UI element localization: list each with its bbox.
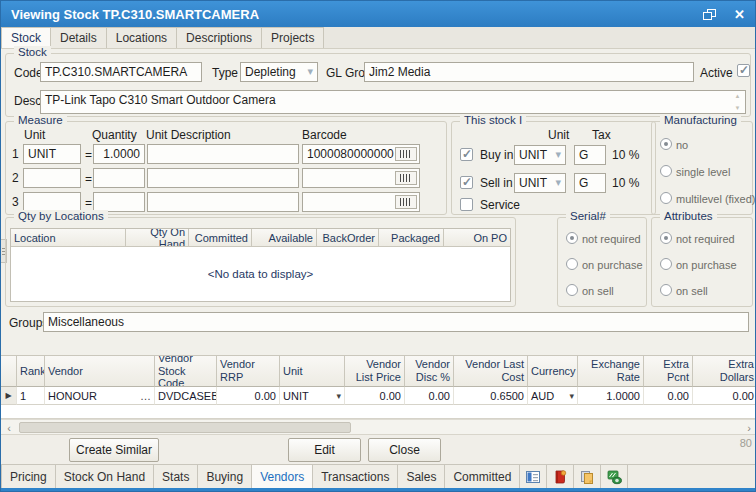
type-select[interactable]: Depleting xyxy=(240,62,318,82)
measure-barcode-field[interactable]: 1000080000000 xyxy=(302,144,420,164)
measure-quantity-field[interactable] xyxy=(93,168,145,188)
col-vendor[interactable]: Vendor xyxy=(45,355,155,387)
col-location[interactable]: Location xyxy=(11,229,126,247)
col-available[interactable]: Available xyxy=(252,229,317,247)
serial-on-purchase-radio[interactable] xyxy=(566,258,578,270)
cell-extra-pcnt[interactable]: 0.00 xyxy=(644,387,693,405)
horizontal-scrollbar[interactable]: ‹ › xyxy=(1,419,756,434)
buy-tax-field[interactable]: G xyxy=(574,145,606,165)
manufacturing-single-level-radio[interactable] xyxy=(660,165,672,177)
cell-currency[interactable]: AUD ▾ xyxy=(528,387,578,405)
serial-not-required-radio[interactable] xyxy=(566,232,578,244)
close-button[interactable]: Close xyxy=(368,438,441,462)
vendor-ellipsis-button[interactable]: … xyxy=(140,390,151,402)
unit-dropdown-icon[interactable]: ▾ xyxy=(336,391,341,401)
measure-unit-field[interactable] xyxy=(23,168,81,188)
cell-vendor-rrp[interactable]: 0.00 xyxy=(217,387,280,405)
groups-field[interactable]: Miscellaneous xyxy=(43,312,749,332)
report-icon[interactable] xyxy=(520,465,547,488)
tab-vendors[interactable]: Vendors xyxy=(252,465,313,488)
measure-quantity-field[interactable]: 1.0000 xyxy=(93,144,145,164)
barcode-icon[interactable] xyxy=(395,171,417,185)
cell-unit[interactable]: UNIT ▾ xyxy=(280,387,345,405)
measure-unit-description-field[interactable] xyxy=(147,192,299,212)
title-bar[interactable]: Viewing Stock TP.C310.SMARTCAMERA ✕ xyxy=(1,1,755,27)
tab-transactions[interactable]: Transactions xyxy=(313,465,398,488)
desc-field[interactable]: TP-Link Tapo C310 Smart Outdoor Camera ▲… xyxy=(40,90,746,114)
col-exchange-rate[interactable]: Exchange Rate xyxy=(578,355,644,387)
vendor-row[interactable]: ▶ 1 HONOUR … DVDCASEBL 0.00 UNIT ▾ 0.00 … xyxy=(1,387,756,405)
tab-buying[interactable]: Buying xyxy=(198,465,252,488)
promotion-icon[interactable] xyxy=(601,465,628,488)
attributes-on-sell-radio[interactable] xyxy=(660,284,672,296)
col-unit[interactable]: Unit xyxy=(280,355,345,387)
cell-vendor-stock-code[interactable]: DVDCASEBL xyxy=(155,387,217,405)
desc-scroll-down-icon[interactable]: ▼ xyxy=(731,104,744,112)
manufacturing-multilevel-radio[interactable] xyxy=(660,192,672,204)
edit-button[interactable]: Edit xyxy=(288,438,361,462)
col-qty-on-hand[interactable]: Qty On Hand xyxy=(126,229,189,247)
cell-vendor[interactable]: HONOUR … xyxy=(45,387,155,405)
cell-vendor-disc-pct[interactable]: 0.00 xyxy=(405,387,454,405)
tab-projects[interactable]: Projects xyxy=(262,27,324,48)
manufacturing-no-radio[interactable] xyxy=(660,138,672,150)
gl-group-field[interactable]: Jim2 Media xyxy=(364,62,694,82)
buy-in-checkbox[interactable] xyxy=(460,148,473,161)
buy-unit-select[interactable]: UNIT xyxy=(514,145,566,165)
col-committed[interactable]: Committed xyxy=(189,229,252,247)
serial-on-sell-radio[interactable] xyxy=(566,284,578,296)
scroll-left-icon[interactable]: ‹ xyxy=(1,420,17,435)
sell-tax-field[interactable]: G xyxy=(574,173,606,193)
measure-unit-field[interactable] xyxy=(23,192,81,212)
tab-details[interactable]: Details xyxy=(51,27,107,48)
barcode-icon[interactable] xyxy=(395,147,417,161)
barcode-icon[interactable] xyxy=(395,195,417,209)
measure-barcode-field[interactable] xyxy=(302,192,420,212)
col-vendor-disc-pct[interactable]: Vendor Disc % xyxy=(405,355,454,387)
code-field[interactable]: TP.C310.SMARTCAMERA xyxy=(40,62,202,82)
scrollbar-thumb[interactable] xyxy=(19,422,351,433)
col-currency[interactable]: Currency xyxy=(528,355,578,387)
tab-pricing[interactable]: Pricing xyxy=(1,465,56,488)
col-vendor-rrp[interactable]: Vendor RRP xyxy=(217,355,280,387)
attributes-on-purchase-radio[interactable] xyxy=(660,258,672,270)
col-backorder[interactable]: BackOrder xyxy=(317,229,379,247)
col-extra-pcnt[interactable]: Extra Pcnt xyxy=(644,355,693,387)
desc-scroll-up-icon[interactable]: ▲ xyxy=(731,92,744,100)
col-rank[interactable]: Rank xyxy=(17,355,45,387)
tab-stats[interactable]: Stats xyxy=(154,465,198,488)
measure-barcode-field[interactable] xyxy=(302,168,420,188)
measure-unit-field[interactable]: UNIT xyxy=(23,144,81,164)
measure-quantity-field[interactable] xyxy=(93,192,145,212)
price-book-icon[interactable] xyxy=(547,465,574,488)
tab-stock[interactable]: Stock xyxy=(1,27,51,48)
tab-locations[interactable]: Locations xyxy=(107,27,177,48)
restore-icon[interactable] xyxy=(703,9,716,20)
tab-descriptions[interactable]: Descriptions xyxy=(177,27,262,48)
cell-extra-dollars[interactable]: 0.00 xyxy=(693,387,756,405)
tab-stock-on-hand[interactable]: Stock On Hand xyxy=(56,465,154,488)
cell-vendor-last-cost[interactable]: 0.6500 xyxy=(454,387,528,405)
col-vendor-list-price[interactable]: Vendor List Price xyxy=(345,355,405,387)
col-on-po[interactable]: On PO xyxy=(444,229,510,247)
measure-unit-description-field[interactable] xyxy=(147,168,299,188)
measure-unit-description-field[interactable] xyxy=(147,144,299,164)
col-extra-dollars[interactable]: Extra Dollars xyxy=(693,355,756,387)
sell-in-checkbox[interactable] xyxy=(460,176,473,189)
create-similar-button[interactable]: Create Similar xyxy=(69,438,159,462)
col-vendor-stock-code[interactable]: Vendor Stock Code xyxy=(155,355,217,387)
cell-vendor-list-price[interactable]: 0.00 xyxy=(345,387,405,405)
tab-committed[interactable]: Committed xyxy=(445,465,520,488)
copy-icon[interactable] xyxy=(574,465,601,488)
attributes-not-required-radio[interactable] xyxy=(660,232,672,244)
cell-exchange-rate[interactable]: 1.0000 xyxy=(578,387,644,405)
service-checkbox[interactable] xyxy=(460,198,473,211)
sell-unit-select[interactable]: UNIT xyxy=(514,173,566,193)
active-checkbox[interactable] xyxy=(737,64,750,77)
currency-dropdown-icon[interactable]: ▾ xyxy=(569,391,574,401)
scroll-right-icon[interactable]: › xyxy=(741,420,756,435)
tab-sales[interactable]: Sales xyxy=(398,465,445,488)
col-vendor-last-cost[interactable]: Vendor Last Cost xyxy=(454,355,528,387)
col-packaged[interactable]: Packaged xyxy=(379,229,444,247)
close-icon[interactable]: ✕ xyxy=(734,8,745,21)
